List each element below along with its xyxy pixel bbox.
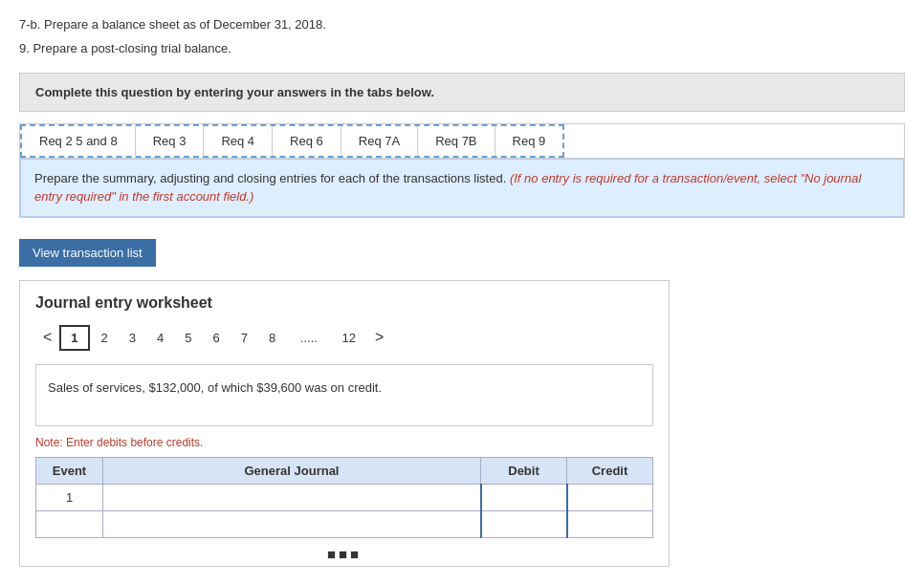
tab-req4[interactable]: Req 4 — [204, 126, 273, 156]
tab-req7a[interactable]: Req 7A — [341, 126, 418, 156]
description-box: Sales of services, $132,000, of which $3… — [35, 364, 653, 426]
note-text: Note: Enter debits before credits. — [35, 436, 653, 449]
page-3[interactable]: 3 — [120, 327, 145, 349]
page-6[interactable]: 6 — [204, 327, 230, 349]
pagination: < 1 2 3 4 5 6 7 8 ..... 12 > — [35, 325, 653, 351]
debit-cell-2[interactable] — [481, 510, 567, 537]
page-8[interactable]: 8 — [259, 327, 285, 349]
next-page-arrow[interactable]: > — [367, 325, 391, 350]
journal-table: Event General Journal Debit Credit 1 — [35, 457, 653, 538]
credit-cell-1[interactable] — [567, 484, 653, 510]
tab-section: Req 2 5 and 8 Req 3 Req 4 Req 6 Req 7A R… — [19, 123, 905, 218]
journal-input-2[interactable] — [111, 517, 473, 531]
bottom-dots: ■■■ — [35, 538, 653, 566]
instruction-line2: 9. Prepare a post-closing trial balance. — [19, 39, 905, 59]
info-box-text: Complete this question by entering your … — [35, 85, 434, 99]
tab-req9[interactable]: Req 9 — [495, 126, 563, 156]
instructions: 7-b. Prepare a balance sheet as of Decem… — [19, 15, 905, 59]
instruction-line1: 7-b. Prepare a balance sheet as of Decem… — [19, 15, 905, 35]
journal-input-1[interactable] — [111, 490, 473, 505]
instruction-note-main: Prepare the summary, adjusting and closi… — [34, 171, 510, 185]
worksheet-title: Journal entry worksheet — [35, 294, 653, 312]
credit-cell-2[interactable] — [567, 510, 653, 537]
tab-row: Req 2 5 and 8 Req 3 Req 4 Req 6 Req 7A R… — [20, 124, 904, 159]
col-credit: Credit — [567, 457, 653, 484]
table-row — [36, 510, 653, 537]
credit-input-2[interactable] — [576, 517, 646, 531]
description-text: Sales of services, $132,000, of which $3… — [48, 380, 382, 395]
page-12[interactable]: 12 — [333, 327, 365, 349]
col-general-journal: General Journal — [103, 457, 481, 484]
col-debit: Debit — [481, 457, 567, 484]
journal-cell-1[interactable] — [103, 484, 481, 510]
worksheet-container: Journal entry worksheet < 1 2 3 4 5 6 7 … — [19, 280, 670, 567]
page-1[interactable]: 1 — [59, 325, 89, 351]
view-transaction-list-button[interactable]: View transaction list — [19, 239, 156, 267]
tabs-container: Req 2 5 and 8 Req 3 Req 4 Req 6 Req 7A R… — [20, 124, 564, 158]
page-container: 7-b. Prepare a balance sheet as of Decem… — [0, 0, 924, 582]
tab-req3[interactable]: Req 3 — [136, 126, 205, 156]
page-2[interactable]: 2 — [92, 327, 118, 349]
debit-cell-1[interactable] — [481, 484, 567, 510]
col-event: Event — [36, 457, 103, 484]
credit-input-1[interactable] — [576, 490, 646, 505]
debit-input-2[interactable] — [490, 517, 559, 531]
page-4[interactable]: 4 — [147, 327, 173, 349]
tab-req7b[interactable]: Req 7B — [418, 126, 495, 156]
page-ellipsis: ..... — [287, 327, 330, 349]
table-header-row: Event General Journal Debit Credit — [36, 457, 653, 484]
debit-input-1[interactable] — [490, 490, 559, 505]
event-cell-1: 1 — [36, 484, 103, 510]
page-5[interactable]: 5 — [175, 327, 201, 349]
page-7[interactable]: 7 — [231, 327, 257, 349]
tab-req25and8[interactable]: Req 2 5 and 8 — [22, 126, 136, 156]
journal-cell-2[interactable] — [103, 510, 481, 537]
table-row: 1 — [36, 484, 653, 510]
tab-req6[interactable]: Req 6 — [273, 126, 341, 156]
prev-page-arrow[interactable]: < — [35, 325, 59, 350]
info-box: Complete this question by entering your … — [19, 73, 905, 112]
event-cell-2 — [36, 510, 103, 537]
instruction-note: Prepare the summary, adjusting and closi… — [20, 159, 904, 217]
